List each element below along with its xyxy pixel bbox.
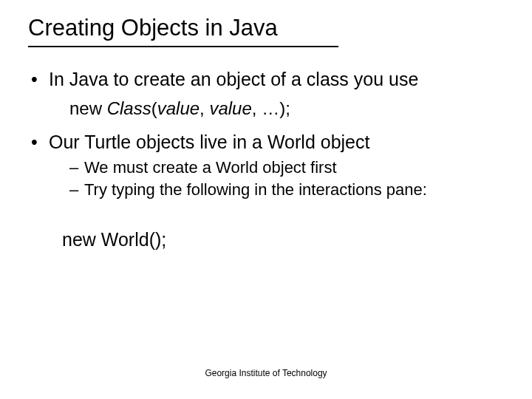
code-paren: ( [151,98,157,118]
code-example-1: new Class(value, value, …); [69,98,504,119]
footer-text: Georgia Institute of Technology [0,368,532,378]
bullet-1: In Java to create an object of a class y… [28,68,504,91]
bullet-2: Our Turtle objects live in a World objec… [28,131,504,154]
code-value-1: value [157,98,200,118]
sub-bullet-2: Try typing the following in the interact… [69,180,504,201]
slide-title: Creating Objects in Java [28,15,338,47]
code-value-2: value [209,98,251,118]
code-tail: , …); [252,98,290,118]
code-class: Class [107,98,151,118]
code-keyword: new [69,98,107,118]
sub-bullet-1: We must create a World object first [69,157,504,179]
code-separator-1: , [200,98,209,118]
code-example-2: new World(); [62,229,504,250]
